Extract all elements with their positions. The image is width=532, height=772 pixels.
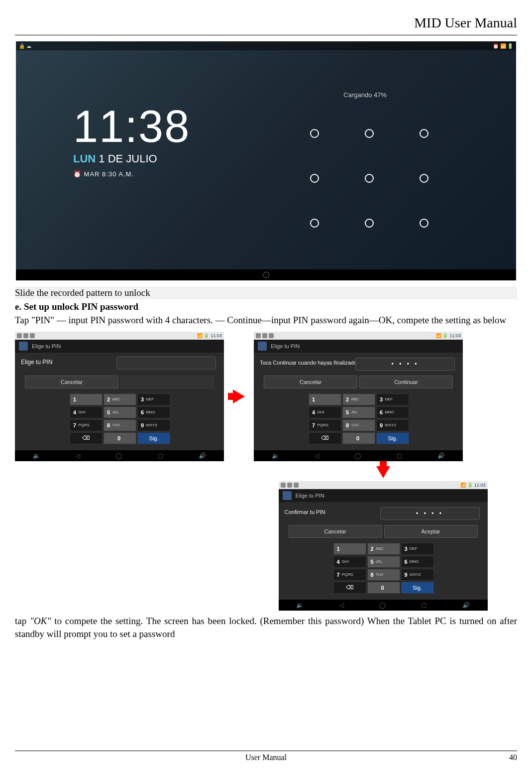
key-8[interactable]: 8TUV — [104, 419, 136, 431]
key-del[interactable]: ⌫ — [333, 582, 366, 594]
pin-input[interactable]: • • • • — [355, 358, 455, 371]
slide-instruction: Slide the recorded pattern to unlock — [15, 286, 517, 299]
pattern-dot[interactable] — [365, 129, 374, 138]
nav-bar: 🔉 ◁ ◯ ▢ 🔊 — [279, 600, 488, 611]
key-4[interactable]: 4GHI — [70, 406, 103, 418]
pattern-dot[interactable] — [420, 174, 428, 183]
key-3[interactable]: 3DEF — [137, 393, 170, 405]
page-footer: User Manual 40 — [15, 747, 517, 762]
breadcrumb-label: Elige tu PIN — [271, 343, 300, 349]
date-rest: 1 DE JULIO — [96, 152, 157, 165]
back-icon[interactable]: ◁ — [339, 602, 344, 609]
breadcrumb: Elige tu PIN — [254, 340, 463, 353]
pin-prompt: Elige tu PIN — [21, 359, 52, 366]
key-0[interactable]: 0 — [367, 582, 400, 594]
pattern-dot[interactable] — [310, 174, 319, 183]
key-2[interactable]: 2ABC — [104, 393, 136, 405]
footer-title: User Manual — [35, 753, 497, 762]
day-of-week: LUN — [73, 152, 96, 165]
section-heading-e: e. Set up unlock PIN password — [15, 300, 517, 313]
recent-icon[interactable]: ▢ — [158, 452, 163, 459]
key-1[interactable]: 1 — [70, 393, 103, 405]
spinner-icon — [263, 271, 270, 278]
key-5[interactable]: 5JKL — [342, 406, 375, 418]
recent-icon[interactable]: ▢ — [397, 452, 402, 459]
key-6[interactable]: 6MNO — [137, 406, 170, 418]
key-next[interactable]: Sig. — [137, 432, 170, 444]
key-7[interactable]: 7PQRS — [309, 419, 341, 431]
pattern-dot[interactable] — [365, 174, 374, 183]
key-9[interactable]: 9WXYZ — [401, 569, 434, 581]
mini-status-bar: 📶 🔋11:03 — [15, 332, 224, 340]
pin-input[interactable]: • • • • — [380, 507, 480, 520]
key-5[interactable]: 5JKL — [104, 406, 136, 418]
cancel-button[interactable]: Cancelar — [289, 525, 382, 538]
key-2[interactable]: 2ABC — [367, 543, 400, 555]
key-6[interactable]: 6MNO — [376, 406, 409, 418]
key-del[interactable]: ⌫ — [70, 432, 103, 444]
pin-input[interactable] — [116, 357, 216, 370]
charging-label: Cargando 47% — [343, 91, 387, 99]
key-4[interactable]: 4GHI — [333, 556, 366, 568]
breadcrumb-label: Elige tu PIN — [32, 343, 61, 349]
paragraph-2: tap "OK" to compete the setting. The scr… — [15, 615, 517, 640]
continue-button — [120, 376, 214, 388]
key-4[interactable]: 4GHI — [309, 406, 341, 418]
nav-bar: 🔉 ◁ ◯ ▢ 🔊 — [15, 450, 224, 461]
accept-button[interactable]: Aceptar — [384, 525, 478, 538]
vol-down-icon[interactable]: 🔉 — [272, 452, 279, 459]
back-icon[interactable]: ◁ — [76, 452, 80, 459]
key-2[interactable]: 2ABC — [342, 393, 375, 405]
keypad: 1 2ABC 3DEF 4GHI 5JKL 6MNO 7PQRS 8TUV 9W… — [70, 393, 170, 444]
key-0[interactable]: 0 — [342, 432, 375, 444]
key-3[interactable]: 3DEF — [401, 543, 434, 555]
clock-block: 11:38 LUN 1 DE JULIO ⏰ MAR 8:30 A.M. — [73, 101, 190, 178]
arrow-right-icon — [233, 389, 245, 403]
key-8[interactable]: 8TUV — [342, 419, 375, 431]
key-3[interactable]: 3DEF — [376, 393, 409, 405]
pattern-dot[interactable] — [420, 129, 428, 138]
key-next[interactable]: Sig. — [376, 432, 409, 444]
key-7[interactable]: 7PQRS — [333, 569, 366, 581]
breadcrumb: Elige tu PIN — [279, 489, 488, 502]
home-icon[interactable]: ◯ — [115, 452, 122, 459]
key-8[interactable]: 8TUV — [367, 569, 400, 581]
vol-down-icon[interactable]: 🔉 — [296, 602, 304, 609]
key-7[interactable]: 7PQRS — [70, 419, 103, 431]
vol-down-icon[interactable]: 🔉 — [33, 452, 40, 459]
status-right-icons: ⏰ 📶 🔋 — [493, 43, 513, 49]
settings-icon — [258, 342, 267, 351]
pin-message: Toca Continuar cuando hayas finalizado — [260, 360, 357, 366]
cancel-button[interactable]: Cancelar — [25, 376, 118, 388]
mini-time: 11:03 — [449, 333, 461, 338]
pattern-dot[interactable] — [310, 129, 319, 138]
back-icon[interactable]: ◁ — [315, 452, 319, 459]
pattern-dot[interactable] — [310, 219, 319, 228]
key-0[interactable]: 0 — [104, 432, 136, 444]
pattern-dot[interactable] — [365, 219, 374, 228]
cancel-button[interactable]: Cancelar — [264, 376, 357, 388]
key-1[interactable]: 1 — [333, 543, 366, 555]
nav-bar: 🔉 ◁ ◯ ▢ 🔊 — [254, 450, 463, 461]
settings-icon — [19, 342, 28, 351]
key-1[interactable]: 1 — [309, 393, 341, 405]
continue-button[interactable]: Continuar — [359, 376, 453, 388]
pin-screenshot-1: 📶 🔋11:03 Elige tu PIN Elige tu PIN Cance… — [15, 332, 224, 461]
key-9[interactable]: 9WXYZ — [137, 419, 170, 431]
key-del[interactable]: ⌫ — [309, 432, 341, 444]
home-icon[interactable]: ◯ — [354, 452, 361, 459]
pattern-dot[interactable] — [420, 219, 428, 228]
clock-time: 11:38 — [73, 101, 190, 152]
home-icon[interactable]: ◯ — [379, 602, 386, 609]
key-next[interactable]: Sig. — [401, 582, 434, 594]
pattern-grid[interactable] — [287, 111, 451, 246]
key-6[interactable]: 6MNO — [401, 556, 434, 568]
key-5[interactable]: 5JKL — [367, 556, 400, 568]
vol-up-icon[interactable]: 🔊 — [462, 602, 470, 609]
mini-time: 11:03 — [211, 333, 222, 338]
status-bar: 🔒 ☁ ⏰ 📶 🔋 — [16, 41, 516, 50]
key-9[interactable]: 9WXYZ — [376, 419, 409, 431]
recent-icon[interactable]: ▢ — [421, 602, 426, 609]
vol-up-icon[interactable]: 🔊 — [199, 452, 206, 459]
vol-up-icon[interactable]: 🔊 — [437, 452, 445, 459]
